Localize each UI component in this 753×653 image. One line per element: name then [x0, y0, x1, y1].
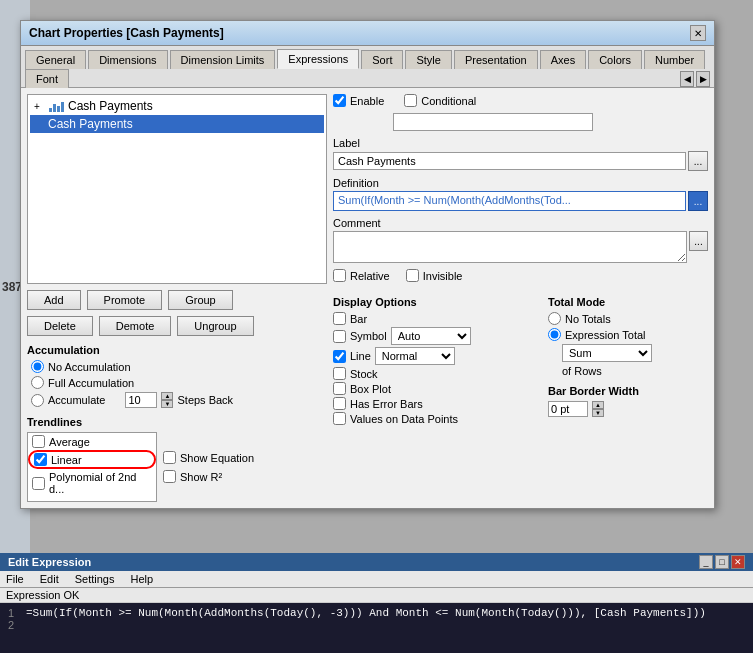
- conditional-checkbox[interactable]: [404, 94, 417, 107]
- label-field-row: ...: [333, 151, 708, 171]
- border-width-input[interactable]: [548, 401, 588, 417]
- symbol-select[interactable]: Auto Circle Square: [391, 327, 471, 345]
- box-plot-option[interactable]: Box Plot: [333, 382, 542, 395]
- border-down[interactable]: ▼: [592, 409, 604, 417]
- conditional-option[interactable]: Conditional: [404, 94, 476, 107]
- bar-chart-icon: [48, 99, 64, 113]
- error-bars-checkbox[interactable]: [333, 397, 346, 410]
- expression-tree[interactable]: + Cash Payments Cash Payments: [27, 94, 327, 284]
- label-btn[interactable]: ...: [688, 151, 708, 171]
- no-accumulation-radio[interactable]: [31, 360, 44, 373]
- show-r2-label: Show R²: [180, 471, 222, 483]
- menu-help[interactable]: Help: [130, 573, 153, 585]
- menu-file[interactable]: File: [6, 573, 24, 585]
- expression-total-radio[interactable]: [548, 328, 561, 341]
- line-checkbox[interactable]: [333, 350, 346, 363]
- accumulate-radio[interactable]: [31, 394, 44, 407]
- definition-field-row: Sum(If(Month >= Num(Month(AddMonths(Tod.…: [333, 191, 708, 211]
- line-number-2: 2: [8, 619, 20, 631]
- no-accumulation-option[interactable]: No Accumulation: [31, 360, 327, 373]
- tree-item-cash-payments-child[interactable]: Cash Payments: [30, 115, 324, 133]
- show-equation-checkbox[interactable]: [163, 451, 176, 464]
- comment-input[interactable]: [333, 231, 687, 263]
- tree-label-root: Cash Payments: [68, 99, 153, 113]
- tab-style[interactable]: Style: [405, 50, 451, 69]
- line-option[interactable]: Line Normal Dashed Dotted: [333, 347, 542, 365]
- show-equation-option[interactable]: Show Equation: [163, 451, 254, 464]
- relative-option[interactable]: Relative: [333, 269, 390, 282]
- menu-settings[interactable]: Settings: [75, 573, 115, 585]
- enable-option[interactable]: Enable: [333, 94, 384, 107]
- show-equation-label: Show Equation: [180, 452, 254, 464]
- symbol-checkbox[interactable]: [333, 330, 346, 343]
- trendline-polynomial[interactable]: Polynomial of 2nd d...: [28, 469, 156, 497]
- close-button[interactable]: ✕: [690, 25, 706, 41]
- trendline-average-checkbox[interactable]: [32, 435, 45, 448]
- steps-up[interactable]: ▲: [161, 392, 173, 400]
- line-select[interactable]: Normal Dashed Dotted: [375, 347, 455, 365]
- tabs-nav-left[interactable]: ◀: [680, 71, 694, 87]
- comment-btn[interactable]: ...: [689, 231, 708, 251]
- tab-axes[interactable]: Axes: [540, 50, 586, 69]
- sum-select[interactable]: Sum Average Min Max: [562, 344, 652, 362]
- no-totals-option[interactable]: No Totals: [548, 312, 708, 325]
- conditional-input[interactable]: [393, 113, 593, 131]
- box-plot-checkbox[interactable]: [333, 382, 346, 395]
- full-accumulation-radio[interactable]: [31, 376, 44, 389]
- demote-button[interactable]: Demote: [99, 316, 172, 336]
- show-r2-option[interactable]: Show R²: [163, 470, 254, 483]
- edit-panel-maximize[interactable]: □: [715, 555, 729, 569]
- trendline-linear-checkbox[interactable]: [34, 453, 47, 466]
- border-up[interactable]: ▲: [592, 401, 604, 409]
- tab-sort[interactable]: Sort: [361, 50, 403, 69]
- steps-input[interactable]: [125, 392, 157, 408]
- tabs-nav-right[interactable]: ▶: [696, 71, 710, 87]
- bar-option[interactable]: Bar: [333, 312, 542, 325]
- definition-section: Definition Sum(If(Month >= Num(Month(Add…: [333, 177, 708, 211]
- invisible-checkbox[interactable]: [406, 269, 419, 282]
- invisible-option[interactable]: Invisible: [406, 269, 463, 282]
- group-button[interactable]: Group: [168, 290, 233, 310]
- label-input[interactable]: [333, 152, 686, 170]
- edit-panel-close[interactable]: ✕: [731, 555, 745, 569]
- trendline-linear[interactable]: Linear: [28, 450, 156, 469]
- values-option[interactable]: Values on Data Points: [333, 412, 542, 425]
- full-accumulation-option[interactable]: Full Accumulation: [31, 376, 327, 389]
- promote-button[interactable]: Promote: [87, 290, 163, 310]
- ungroup-button[interactable]: Ungroup: [177, 316, 253, 336]
- tab-dimensions[interactable]: Dimensions: [88, 50, 167, 69]
- delete-button[interactable]: Delete: [27, 316, 93, 336]
- code-area[interactable]: 1 =Sum(If(Month >= Num(Month(AddMonths(T…: [0, 603, 753, 653]
- error-bars-option[interactable]: Has Error Bars: [333, 397, 542, 410]
- tabs-bar: General Dimensions Dimension Limits Expr…: [21, 46, 714, 88]
- tab-colors[interactable]: Colors: [588, 50, 642, 69]
- enable-checkbox[interactable]: [333, 94, 346, 107]
- bar-checkbox[interactable]: [333, 312, 346, 325]
- tab-general[interactable]: General: [25, 50, 86, 69]
- values-checkbox[interactable]: [333, 412, 346, 425]
- stock-option[interactable]: Stock: [333, 367, 542, 380]
- steps-down[interactable]: ▼: [161, 400, 173, 408]
- code-expression: =Sum(If(Month >= Num(Month(AddMonths(Tod…: [26, 607, 706, 619]
- tab-presentation[interactable]: Presentation: [454, 50, 538, 69]
- tree-item-cash-payments-root[interactable]: + Cash Payments: [30, 97, 324, 115]
- trendline-polynomial-checkbox[interactable]: [32, 477, 45, 490]
- edit-panel-minimize[interactable]: _: [699, 555, 713, 569]
- relative-checkbox[interactable]: [333, 269, 346, 282]
- tab-dimension-limits[interactable]: Dimension Limits: [170, 50, 276, 69]
- trendline-average[interactable]: Average: [28, 433, 156, 450]
- tab-number[interactable]: Number: [644, 50, 705, 69]
- menu-edit[interactable]: Edit: [40, 573, 59, 585]
- add-button[interactable]: Add: [27, 290, 81, 310]
- no-totals-radio[interactable]: [548, 312, 561, 325]
- definition-display[interactable]: Sum(If(Month >= Num(Month(AddMonths(Tod.…: [333, 191, 686, 211]
- trendline-list[interactable]: Average Linear Polynomial of 2nd d...: [27, 432, 157, 502]
- tab-expressions[interactable]: Expressions: [277, 49, 359, 69]
- definition-btn[interactable]: ...: [688, 191, 708, 211]
- symbol-option[interactable]: Symbol Auto Circle Square: [333, 327, 542, 345]
- accumulate-option[interactable]: Accumulate ▲ ▼ Steps Back: [31, 392, 327, 408]
- tab-font[interactable]: Font: [25, 69, 69, 88]
- stock-checkbox[interactable]: [333, 367, 346, 380]
- show-r2-checkbox[interactable]: [163, 470, 176, 483]
- expression-total-option[interactable]: Expression Total: [548, 328, 708, 341]
